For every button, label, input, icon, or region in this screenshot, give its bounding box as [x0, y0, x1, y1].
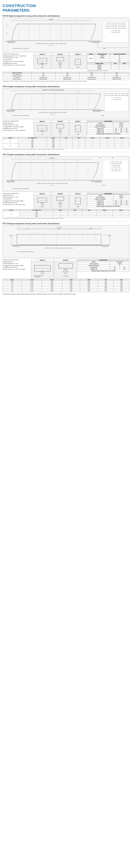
svg-text:A: A — [53, 160, 53, 161]
angle-value3: 10° — [110, 59, 129, 60]
ss-angle-label: Angle Of Inclination — [87, 198, 113, 200]
bs-y0-1000: — — [96, 213, 113, 214]
bd-r6: 54N1 — [42, 288, 62, 290]
ss-speed-label: Running Speed — [87, 196, 113, 198]
fet-s-bottom-table-container: Angle(°) Floor Width (mm) H(mm) L(mm) T(… — [3, 209, 129, 217]
bh-h-12-800: 1000 — [47, 143, 60, 145]
sd-s2b: kN — [120, 268, 129, 270]
bh-t-12-800: — — [73, 143, 85, 145]
det-d-a-title: Detail A — [31, 259, 53, 261]
fet-s-spec-table: Model FET-S Running Speed 0.5M/S Angle O… — [87, 194, 129, 207]
bs-fw-1200: 1200 — [20, 214, 53, 216]
det-h-c: Detail C ≥200 — [69, 120, 87, 136]
svg-text:360.000: 360.000 — [50, 157, 54, 159]
svg-text:≥200: ≥200 — [77, 134, 79, 135]
svg-text:10°   6800   10°   4800   10° : 10° 6800 10° 4800 10° 4600 10° 4800 10° … — [39, 112, 67, 113]
det-h-a-svg: 171 — [34, 123, 51, 135]
sd-model-value: FET-D-800 — [110, 261, 129, 263]
bh-angle-12: 12° — [3, 143, 18, 148]
bh-t-1000: — — [73, 140, 85, 142]
fet-d-bottom-table: Model L(mm) R(mm) S(kN) D(kN) 800 1000 F… — [3, 279, 129, 292]
fet-m-drawing-svg: 390.000 10° 6800 10° 4800 10° 4600 10° 4… — [3, 18, 129, 52]
det-m-a-svg: ≥200 — [34, 56, 51, 68]
support-label3: S3(kN) — [87, 68, 111, 70]
bh-y2-12-800: — — [115, 143, 129, 145]
spec-title-d: Specification — [78, 259, 129, 261]
divider-3 — [3, 221, 129, 221]
svg-text:>1200: >1200 — [108, 235, 111, 236]
bs-l-800: — — [68, 211, 82, 213]
svg-text:T = 0x 1.7466 - 2511: T = 0x 1.7466 - 2511 — [112, 99, 122, 100]
bs-l-1000: — — [68, 213, 82, 214]
bh-y2-1200: — — [115, 142, 129, 143]
det-m-b-svg: ≥200 — [52, 56, 69, 68]
ss-angle-value: 0° — [113, 198, 129, 200]
bs-fw-800: 800 — [20, 211, 53, 213]
sh-speed-label: Running Speed — [87, 124, 113, 126]
fet-m-spec-table2: Supports Qty 800 1000 S1(kN) - - S2(kN) — [87, 62, 129, 70]
det-d-b: Detail B floor detail — [54, 259, 77, 278]
sh-s1-label: Supports Q1 — [87, 128, 113, 129]
header: CONSTRUCTION PARAMETERS — [3, 2, 129, 13]
bd-w800-6: 1200 — [98, 288, 114, 290]
det-s-a: Detail A ≥200 — [34, 193, 51, 209]
col-10deg: 10° — [79, 72, 104, 74]
fet-h-details-row: Finished floor level(by others) Burying … — [3, 120, 129, 136]
svg-text:L = m×3 × 5066 - 2511: L = m×3 × 5066 - 2511 — [110, 168, 121, 170]
det-s-c-svg: ≥200 — [70, 195, 86, 208]
svg-text:≥200: ≥200 — [41, 67, 44, 68]
sd-angle-value: 0° — [110, 265, 129, 267]
fet-m-footer-note: This drawing is for FET-M indoor layout … — [3, 81, 129, 82]
cs3: H(mm) — [53, 209, 68, 211]
det-m-a: Detail A ≥200 — [34, 53, 51, 69]
bh-y0-12-1200: — — [85, 147, 100, 148]
col-supports: Supports Qty — [87, 63, 111, 64]
det-m-a-title: Detail A — [34, 53, 51, 56]
sd-model-label: Model — [78, 261, 110, 263]
bd-m6: R5 — [3, 288, 22, 290]
bd-r7: 54N1 — [42, 290, 62, 291]
sh-speed-value: 0.5M/S — [113, 124, 129, 126]
sh-s1-unit3: kN — [124, 128, 129, 129]
sh-s3-unit2: kN — [119, 131, 124, 133]
angle-value2: 6° — [110, 57, 129, 59]
bs-y0-1400: — — [96, 216, 113, 217]
bh-y2-12-1000: — — [115, 145, 129, 147]
bh-fw-1200: 1200 — [18, 142, 47, 143]
bd-10: Double dimension — [79, 79, 104, 80]
bh-l-12-1200: — — [60, 147, 73, 148]
divider-2 — [3, 152, 129, 152]
cs6: Y0(mm) — [96, 209, 113, 211]
ss-speed-value: 0.5M/S — [113, 196, 129, 198]
bd-r2: 54N1 — [42, 282, 62, 284]
bh-y2-12-1200: — — [115, 147, 129, 148]
bd-r4: 54N1 — [42, 285, 62, 287]
sh-s1-unit2: kN — [119, 128, 124, 129]
bh-h-1200: 3000 — [47, 142, 60, 143]
col-6deg: 6° — [55, 72, 79, 74]
det-h-b: Detail B 171 — [52, 120, 69, 136]
cs1: Angle(°) — [3, 209, 20, 211]
col-running: Running Speed — [94, 53, 110, 55]
ss-s1b: kN — [119, 200, 124, 202]
bd-l4: 51.7N — [22, 285, 42, 287]
td-12: Double dimension — [104, 77, 129, 79]
svg-text:392.000+H·1.7466 k the floor t: 392.000+H·1.7466 k the floor thickness — [42, 89, 64, 90]
ol-12: 2865 — [104, 75, 129, 77]
section-fet-d-title: FET-D Single arrangement moving walk con… — [3, 223, 129, 225]
bd-d1: 60N1 — [80, 280, 98, 282]
fet-m-drawing: 390.000 10° 6800 10° 4800 10° 4600 10° 4… — [3, 18, 129, 52]
svg-text:10°  6800  10°  4800  10°  460: 10° 6800 10° 4800 10° 4600 10° 4800 10° … — [35, 43, 67, 44]
det-s-b: Detail B ≥200 — [52, 193, 69, 209]
bd-s2: 57N1 — [62, 282, 80, 284]
svg-text:N2+H(a+2 0.7(a+2+705) · N0+H 0: N2+H(a+2 0.7(a+2+705) · N0+H 0.4(a+705) — [105, 26, 126, 27]
bh-h-12-1000: 2000 — [47, 145, 60, 147]
bd-w1000-5: 1200 — [114, 287, 129, 288]
bd-w800-5: 1000 — [98, 287, 114, 288]
bh-l-12-800: — — [60, 143, 73, 145]
fet-m-spec-table: Model Running Speed Angle Of Inclination… — [87, 53, 129, 62]
bh-h-1000: 2000 — [47, 140, 60, 142]
speed-value4 — [94, 60, 110, 62]
col-0deg: 0° — [31, 72, 55, 74]
det-m-c-svg: ≥200 — [70, 56, 86, 68]
